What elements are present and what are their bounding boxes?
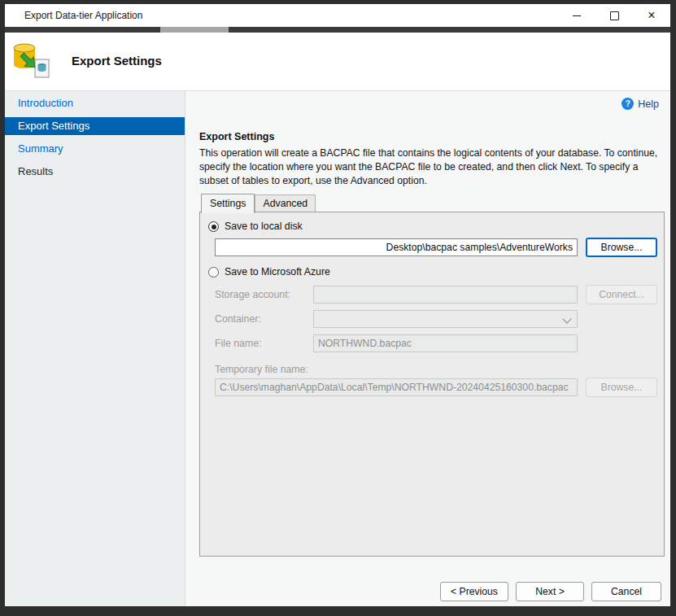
- window-controls: ×: [558, 4, 670, 27]
- chevron-down-icon: [562, 314, 571, 323]
- save-to-local-disk-label: Save to local disk: [225, 221, 303, 232]
- page-description: This operation will create a BACPAC file…: [199, 146, 665, 188]
- save-to-azure-radio[interactable]: [208, 267, 219, 277]
- sidebar-item-results: Results: [5, 163, 185, 181]
- background-window-strip: [5, 27, 670, 33]
- background-tab-artifact: [160, 27, 229, 33]
- sidebar-item-introduction[interactable]: Introduction: [5, 94, 185, 112]
- storage-account-input: [313, 286, 578, 304]
- help-link[interactable]: ? Help: [621, 98, 659, 110]
- browse-temporary-button: Browse...: [586, 378, 657, 397]
- settings-tab-panel: Save to local disk Browse... Save to Mic…: [199, 212, 665, 557]
- container-dropdown: [313, 310, 578, 328]
- page-heading: Export Settings: [199, 131, 274, 142]
- export-data-tier-application-window: Export Data-tier Application ×: [5, 4, 670, 606]
- temporary-file-name-label: Temporary file name:: [215, 364, 308, 375]
- connect-button: Connect...: [586, 285, 657, 304]
- wizard-step-title: Export Settings: [72, 54, 162, 68]
- export-database-icon: [11, 40, 52, 81]
- file-name-input: [313, 334, 578, 352]
- previous-button[interactable]: < Previous: [440, 582, 508, 601]
- tab-strip: Settings Advanced: [201, 194, 316, 212]
- maximize-button[interactable]: [595, 4, 633, 27]
- cancel-button[interactable]: Cancel: [591, 582, 661, 601]
- sidebar-item-export-settings[interactable]: Export Settings: [5, 117, 185, 135]
- tab-settings[interactable]: Settings: [201, 194, 255, 213]
- next-button[interactable]: Next >: [516, 582, 584, 601]
- wizard-header: Export Settings: [5, 33, 670, 91]
- browse-local-button[interactable]: Browse...: [586, 238, 657, 257]
- temporary-file-name-input: [215, 378, 578, 396]
- local-path-input[interactable]: [215, 238, 578, 256]
- minimize-icon: [573, 15, 581, 16]
- close-button[interactable]: ×: [633, 4, 670, 27]
- wizard-steps-sidebar: Introduction Export Settings Summary Res…: [5, 91, 185, 606]
- help-icon: ?: [621, 98, 634, 110]
- tab-advanced[interactable]: Advanced: [255, 194, 316, 212]
- file-name-label: File name:: [215, 338, 261, 349]
- content-area: ? Help Export Settings This operation wi…: [185, 91, 670, 606]
- maximize-icon: [610, 11, 619, 20]
- minimize-button[interactable]: [558, 4, 595, 27]
- storage-account-label: Storage account:: [215, 289, 290, 300]
- help-label: Help: [638, 98, 659, 110]
- save-to-local-disk-radio[interactable]: [208, 221, 219, 232]
- window-title: Export Data-tier Application: [24, 10, 142, 21]
- container-label: Container:: [215, 313, 261, 325]
- titlebar[interactable]: Export Data-tier Application ×: [5, 4, 670, 27]
- sidebar-item-summary[interactable]: Summary: [5, 140, 185, 158]
- save-to-azure-label: Save to Microsoft Azure: [225, 266, 330, 277]
- close-icon: ×: [648, 9, 655, 22]
